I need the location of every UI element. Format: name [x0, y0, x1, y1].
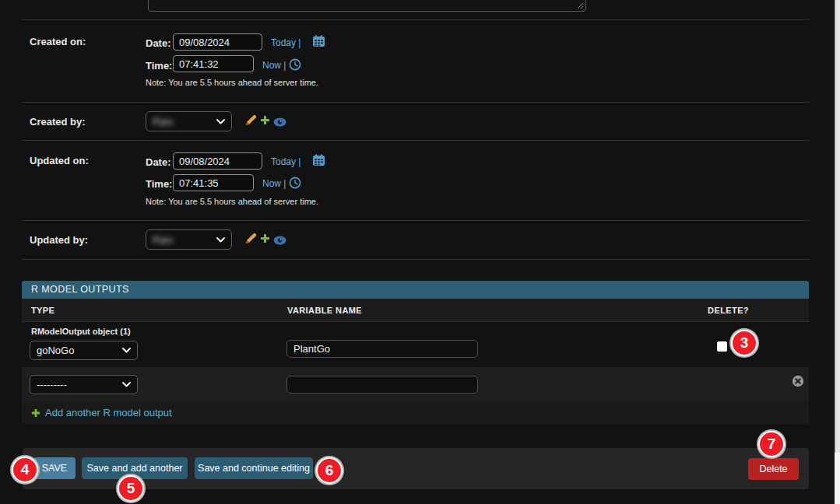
- table-row: ---------: [22, 367, 809, 402]
- column-header-variable-name: VARIABLE NAME: [287, 306, 362, 315]
- remove-row-icon[interactable]: [792, 375, 804, 387]
- add-plus-icon[interactable]: [260, 115, 270, 125]
- add-plus-icon: [31, 408, 40, 418]
- column-header-type: TYPE: [31, 306, 54, 315]
- calendar-icon[interactable]: [312, 154, 325, 166]
- updated-by-label: Updated by:: [30, 234, 88, 246]
- updated-on-today-link[interactable]: Today |: [271, 156, 301, 167]
- created-by-select[interactable]: Parv: [146, 111, 232, 131]
- module-title: R MODEL OUTPUTS: [22, 281, 809, 299]
- updated-on-date-input[interactable]: [173, 152, 262, 170]
- annotation-badge-4: 4: [12, 457, 38, 483]
- created-by-value: Parv: [153, 116, 174, 128]
- add-another-link[interactable]: Add another R model output: [31, 407, 172, 418]
- type-select-value: goNoGo: [37, 345, 74, 356]
- annotation-badge-5: 5: [118, 475, 144, 502]
- variable-name-input[interactable]: [286, 376, 478, 394]
- clock-icon[interactable]: [289, 177, 301, 189]
- updated-by-value: Parv: [153, 234, 174, 246]
- delete-checkbox[interactable]: [717, 341, 727, 352]
- updated-on-time-label: Time:: [146, 178, 172, 190]
- created-on-today-link[interactable]: Today |: [271, 37, 301, 48]
- annotation-badge-7: 7: [758, 431, 785, 457]
- updated-on-label: Updated on:: [30, 155, 89, 166]
- chevron-down-icon: [122, 348, 131, 353]
- divider: [22, 259, 809, 260]
- scrollbar-thumb[interactable]: [835, 0, 840, 453]
- chevron-down-icon: [122, 382, 131, 387]
- chevron-down-icon: [216, 237, 225, 243]
- created-on-time-label: Time:: [146, 60, 172, 72]
- table-row: RModelOutput object (1) goNoGo: [22, 321, 809, 368]
- divider: [22, 102, 809, 103]
- column-header-delete: DELETE?: [708, 306, 749, 315]
- resize-grip-icon[interactable]: [576, 2, 584, 9]
- type-select-value: ---------: [37, 379, 67, 390]
- updated-on-time-input[interactable]: [173, 174, 254, 191]
- delete-button[interactable]: Delete: [748, 458, 799, 480]
- created-on-time-input[interactable]: [173, 55, 254, 72]
- add-another-label: Add another R model output: [45, 407, 172, 418]
- edit-pencil-icon[interactable]: [245, 114, 257, 126]
- scrollbar-track[interactable]: [835, 0, 840, 504]
- updated-on-now-link[interactable]: Now |: [262, 178, 286, 189]
- timezone-note: Note: You are 5.5 hours ahead of server …: [146, 78, 318, 87]
- divider: [22, 140, 809, 141]
- timezone-note: Note: You are 5.5 hours ahead of server …: [146, 197, 318, 206]
- textarea-field[interactable]: [148, 0, 586, 12]
- add-plus-icon[interactable]: [260, 233, 270, 243]
- annotation-badge-6: 6: [316, 457, 343, 484]
- created-on-date-input[interactable]: [173, 33, 262, 51]
- updated-by-select[interactable]: Parv: [146, 229, 232, 250]
- view-eye-icon[interactable]: [273, 236, 286, 245]
- calendar-icon[interactable]: [312, 35, 325, 47]
- save-button[interactable]: SAVE: [33, 457, 76, 479]
- annotation-badge-3: 3: [731, 330, 757, 356]
- updated-on-date-label: Date:: [146, 156, 171, 168]
- type-select[interactable]: ---------: [30, 375, 138, 394]
- chevron-down-icon: [216, 119, 225, 124]
- created-on-label: Created on:: [30, 36, 86, 47]
- view-eye-icon[interactable]: [273, 117, 286, 127]
- type-select[interactable]: goNoGo: [30, 341, 138, 360]
- divider: [22, 220, 809, 221]
- r-model-outputs-module: R MODEL OUTPUTS TYPE VARIABLE NAME DELET…: [22, 281, 809, 424]
- edit-pencil-icon[interactable]: [245, 233, 257, 244]
- add-row: Add another R model output: [22, 401, 809, 424]
- table-header-row: TYPE VARIABLE NAME DELETE?: [22, 299, 809, 322]
- variable-name-input[interactable]: [286, 340, 478, 358]
- divider: [22, 19, 809, 20]
- created-on-now-link[interactable]: Now |: [262, 60, 286, 71]
- created-by-label: Created by:: [30, 116, 86, 128]
- created-on-date-label: Date:: [146, 37, 171, 49]
- clock-icon[interactable]: [289, 58, 301, 71]
- object-label: RModelOutput object (1): [31, 327, 131, 336]
- save-and-continue-editing-button[interactable]: Save and continue editing: [195, 457, 313, 479]
- admin-change-form: Created on: Date: Today | Time: Now | No…: [0, 0, 840, 504]
